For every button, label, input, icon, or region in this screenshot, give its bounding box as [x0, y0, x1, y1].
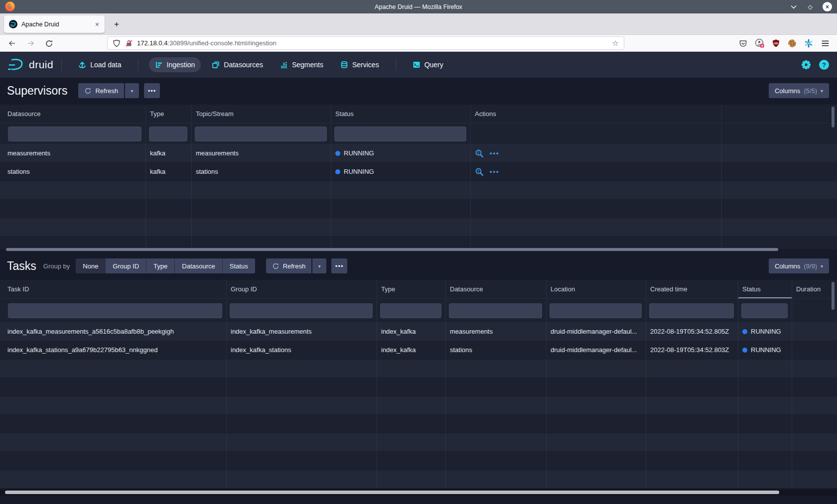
window-close-icon[interactable]: × [823, 2, 832, 11]
supervisors-horizontal-scrollbar[interactable] [6, 248, 778, 251]
nav-query[interactable]: Query [407, 57, 449, 72]
cell-status[interactable]: RUNNING [331, 144, 471, 162]
url-bar[interactable]: 172.18.0.4:30899/unified-console.html#in… [107, 36, 624, 50]
group-by-option-datasource[interactable]: Datasource [175, 258, 222, 273]
cell-type[interactable]: kafka [146, 144, 192, 162]
druid-brand[interactable]: druid [7, 57, 53, 72]
cell-status[interactable]: RUNNING [331, 163, 471, 181]
new-tab-button[interactable]: + [111, 18, 123, 30]
cell-duration[interactable] [792, 341, 837, 359]
supervisor-row[interactable]: stationskafkastationsRUNNING••• [0, 163, 837, 181]
supervisors-more-button[interactable]: ••• [144, 83, 160, 98]
nav-segments[interactable]: Segments [274, 57, 329, 72]
reload-icon[interactable] [44, 38, 54, 48]
window-minimize-icon[interactable] [790, 3, 798, 11]
row-more-actions-icon[interactable]: ••• [490, 144, 500, 162]
cell-group-id[interactable]: index_kafka_measurements [227, 323, 377, 341]
tasks-columns-button[interactable]: Columns (9/9) ▾ [769, 258, 829, 273]
ublock-icon[interactable]: UO [771, 38, 781, 48]
cookie-icon[interactable] [787, 38, 797, 48]
column-header[interactable]: Task ID [0, 280, 227, 298]
cell-type[interactable]: index_kafka [377, 323, 446, 341]
help-icon[interactable]: ? [819, 60, 829, 70]
group-by-option-group-id[interactable]: Group ID [106, 258, 146, 273]
cell-created-time[interactable]: 2022-08-19T05:34:52.803Z [646, 341, 738, 359]
task-row[interactable]: index_kafka_stations_a9a679b22795b63_nnk… [0, 341, 837, 360]
task-row[interactable]: index_kafka_measurements_a5616c5ba8afb8b… [0, 323, 837, 341]
cell-duration[interactable] [792, 323, 837, 341]
row-more-actions-icon[interactable]: ••• [490, 163, 500, 181]
filter-type-input[interactable] [149, 126, 187, 141]
nav-load-data[interactable]: Load data [72, 57, 127, 72]
account-extension-icon[interactable] [754, 38, 764, 48]
cell-topic[interactable]: measurements [192, 144, 331, 162]
supervisors-vertical-scrollbar[interactable] [832, 107, 835, 127]
cell-location[interactable]: druid-middlemanager-defaul... [547, 341, 646, 359]
column-header[interactable]: Actions [471, 105, 722, 123]
cell-created-time[interactable]: 2022-08-19T05:34:52.805Z [646, 323, 738, 341]
filter-status-input[interactable] [334, 126, 466, 141]
tasks-refresh-caret-button[interactable]: ▾ [312, 258, 326, 273]
magnify-details-icon[interactable] [475, 167, 484, 176]
cell-task-id[interactable]: index_kafka_measurements_a5616c5ba8afb8b… [0, 323, 227, 341]
extension-asterisk-icon[interactable] [804, 38, 814, 48]
settings-gear-icon[interactable] [801, 60, 811, 70]
column-header[interactable]: Created time [646, 280, 738, 298]
group-by-option-status[interactable]: Status [223, 258, 255, 273]
supervisors-columns-button[interactable]: Columns (5/5) ▾ [769, 83, 829, 98]
nav-ingestion[interactable]: Ingestion [149, 57, 201, 72]
tasks-refresh-button[interactable]: Refresh [266, 258, 312, 273]
tasks-horizontal-scrollbar[interactable] [5, 491, 779, 494]
column-header[interactable]: Duration [792, 280, 837, 298]
column-header[interactable]: Type [377, 280, 446, 298]
menu-hamburger-icon[interactable] [820, 38, 830, 48]
cell-datasource[interactable]: measurements [0, 144, 146, 162]
cell-status[interactable]: RUNNING [738, 323, 792, 341]
cell-datasource[interactable]: stations [446, 341, 547, 359]
cell-task-id[interactable]: index_kafka_stations_a9a679b22795b63_nnk… [0, 341, 227, 359]
filter-datasource-input[interactable] [449, 303, 542, 318]
nav-datasources[interactable]: Datasources [206, 57, 269, 72]
column-header[interactable]: Datasource [446, 280, 547, 298]
forward-icon[interactable] [26, 38, 36, 48]
filter-status-input[interactable] [741, 303, 788, 318]
cell-group-id[interactable]: index_kafka_stations [227, 341, 377, 359]
column-header[interactable]: Topic/Stream [192, 105, 331, 123]
supervisors-refresh-caret-button[interactable]: ▾ [125, 83, 139, 98]
tab-close-icon[interactable]: × [94, 20, 101, 28]
cell-datasource[interactable]: stations [0, 163, 146, 181]
tasks-more-button[interactable]: ••• [331, 258, 347, 273]
filter-created-time-input[interactable] [649, 303, 734, 318]
nav-services[interactable]: Services [334, 57, 385, 72]
group-by-option-none[interactable]: None [76, 258, 106, 273]
cell-status[interactable]: RUNNING [738, 341, 792, 359]
filter-type-input[interactable] [380, 303, 441, 318]
cell-location[interactable]: druid-middlemanager-defaul... [547, 323, 646, 341]
back-icon[interactable] [7, 38, 17, 48]
bookmark-star-icon[interactable]: ☆ [612, 39, 619, 48]
column-header[interactable]: Type [146, 105, 192, 123]
column-header[interactable]: Datasource [0, 105, 146, 123]
insecure-lock-icon[interactable] [125, 39, 133, 47]
group-by-option-type[interactable]: Type [146, 258, 175, 273]
supervisor-row[interactable]: measurementskafkameasurementsRUNNING••• [0, 144, 837, 163]
column-header[interactable]: Status [331, 105, 471, 123]
cell-topic[interactable]: stations [192, 163, 331, 181]
pocket-icon[interactable] [738, 38, 748, 48]
column-header[interactable]: Location [547, 280, 646, 298]
cell-type[interactable]: index_kafka [377, 341, 446, 359]
window-maximize-icon[interactable]: ◇ [806, 3, 814, 11]
supervisors-refresh-button[interactable]: Refresh [78, 83, 124, 98]
cell-type[interactable]: kafka [146, 163, 192, 181]
filter-group-id-input[interactable] [230, 303, 373, 318]
column-header[interactable]: Group ID [227, 280, 377, 298]
filter-datasource-input[interactable] [8, 126, 141, 141]
filter-task-id-input[interactable] [8, 303, 222, 318]
browser-tab[interactable]: Apache Druid × [4, 15, 105, 33]
tasks-vertical-scrollbar[interactable] [832, 282, 835, 310]
filter-topic-input[interactable] [195, 126, 327, 141]
column-header-sorted[interactable]: Status [738, 280, 792, 298]
filter-location-input[interactable] [550, 303, 642, 318]
shield-icon[interactable] [113, 39, 121, 47]
cell-datasource[interactable]: measurements [446, 323, 547, 341]
